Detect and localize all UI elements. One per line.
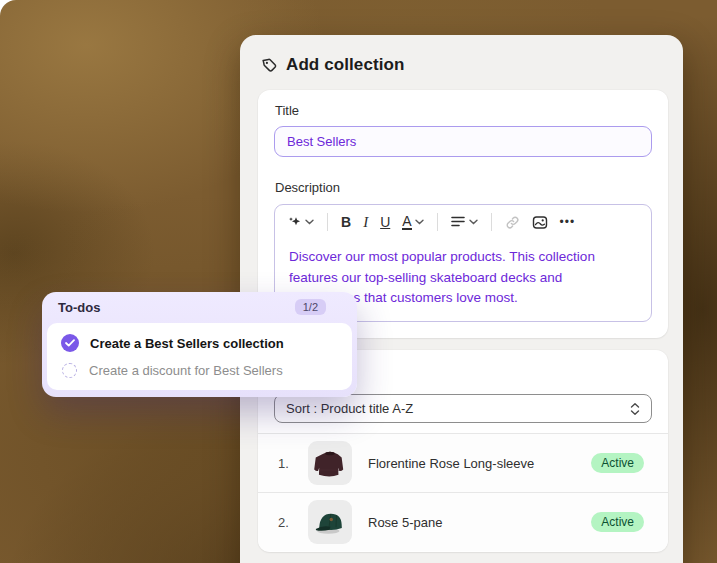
title-label: Title xyxy=(275,103,299,118)
insert-image-icon[interactable] xyxy=(532,215,548,230)
status-badge: Active xyxy=(591,512,644,532)
product-thumbnail-long-sleeve xyxy=(308,441,352,485)
alignment-button[interactable] xyxy=(451,216,478,228)
table-row[interactable]: 1. Florentine Rose Long-sleeve Active xyxy=(258,433,668,492)
toolbar-divider xyxy=(327,213,328,231)
description-label: Description xyxy=(275,180,340,195)
todos-popup: To-dos 1/2 Create a Best Sellers collect… xyxy=(42,292,357,397)
italic-button[interactable]: I xyxy=(363,214,368,231)
toolbar-divider xyxy=(437,213,438,231)
title-input-value: Best Sellers xyxy=(287,134,356,149)
text-color-button[interactable]: A xyxy=(402,214,423,230)
product-list: 1. Florentine Rose Long-sleeve Active 2. xyxy=(258,433,668,551)
todo-item-open[interactable]: Create a discount for Best Sellers xyxy=(61,357,338,383)
sort-select-value: Sort : Product title A-Z xyxy=(286,401,413,416)
check-circle-icon xyxy=(61,334,79,352)
todo-label: Create a Best Sellers collection xyxy=(90,336,284,351)
tag-icon xyxy=(260,56,278,74)
rich-text-toolbar: B I U A xyxy=(275,205,651,239)
product-name: Florentine Rose Long-sleeve xyxy=(368,456,591,471)
more-options-button[interactable]: ••• xyxy=(560,215,576,229)
toolbar-divider xyxy=(491,213,492,231)
page-title: Add collection xyxy=(286,55,405,75)
todos-title: To-dos xyxy=(58,300,100,315)
bold-button[interactable]: B xyxy=(341,214,351,230)
magic-ai-button[interactable] xyxy=(287,215,314,230)
product-name: Rose 5-pane xyxy=(368,515,591,530)
panel-header: Add collection xyxy=(260,55,405,75)
chevron-down-icon xyxy=(469,219,478,225)
underline-button[interactable]: U xyxy=(380,214,390,230)
todos-list: Create a Best Sellers collection Create … xyxy=(47,323,352,390)
todos-progress-badge: 1/2 xyxy=(295,299,326,315)
text-color-a: A xyxy=(402,214,411,230)
title-input[interactable]: Best Sellers xyxy=(274,126,652,157)
status-badge: Active xyxy=(591,453,644,473)
todo-label: Create a discount for Best Sellers xyxy=(89,363,283,378)
chevron-down-icon xyxy=(305,219,314,225)
description-line: features our top-selling skateboard deck… xyxy=(289,268,637,289)
table-row[interactable]: 2. Rose 5-pane Active xyxy=(258,492,668,551)
description-line: Discover our most popular products. This… xyxy=(289,247,637,268)
chevron-down-icon xyxy=(415,219,424,225)
row-index: 1. xyxy=(278,456,308,471)
link-icon[interactable] xyxy=(505,215,520,230)
sort-select[interactable]: Sort : Product title A-Z xyxy=(274,394,652,423)
product-thumbnail-cap xyxy=(308,500,352,544)
todo-item-done[interactable]: Create a Best Sellers collection xyxy=(61,330,338,356)
row-index: 2. xyxy=(278,515,308,530)
updown-chevron-icon xyxy=(630,402,640,416)
screenshot-stage: Add collection Title Best Sellers Descri… xyxy=(0,0,717,563)
align-left-icon xyxy=(451,216,466,228)
dashed-circle-icon xyxy=(62,363,77,378)
